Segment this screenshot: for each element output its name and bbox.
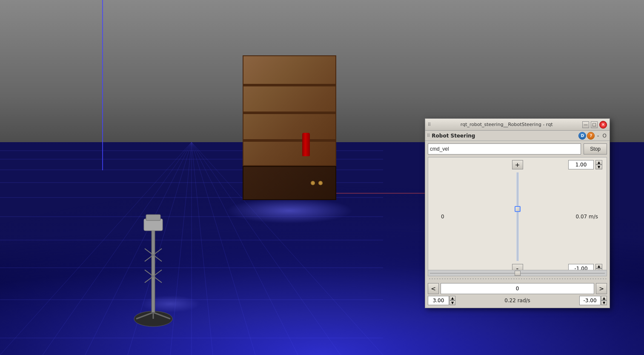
qt-window: ⠿ rqt_robot_steering__RobotSteering - rq…: [425, 118, 610, 308]
plugin-title: Robot Steering: [432, 133, 577, 139]
titlebar-drag-icon: ⠿: [428, 122, 431, 127]
fire-extinguisher: [302, 133, 310, 156]
shelf-divider-1: [243, 84, 335, 86]
spin-down-top[interactable]: ▼: [595, 165, 602, 169]
bookshelf-top: [243, 55, 336, 166]
window-title: rqt_robot_steering__RobotSteering - rqt: [431, 122, 582, 127]
cabinet-knob-left: [311, 181, 315, 185]
qt-titlebar: ⠿ rqt_robot_steering__RobotSteering - rq…: [425, 119, 610, 131]
bookshelf: [243, 55, 336, 200]
close-plugin-button[interactable]: O: [601, 133, 608, 139]
bookshelf-bottom: [243, 166, 336, 200]
hslider-handle[interactable]: [515, 271, 521, 276]
spin-up-bot[interactable]: ▲: [595, 264, 602, 269]
stop-button[interactable]: Stop: [584, 143, 607, 155]
shelf-divider-3: [243, 139, 335, 142]
right-button[interactable]: >: [596, 283, 607, 294]
topic-input[interactable]: [428, 143, 581, 155]
topic-row: Stop: [428, 143, 607, 155]
speed-label: 0.07 m/s: [575, 214, 598, 220]
spin-up-right[interactable]: ▲: [601, 296, 607, 301]
minimize-button[interactable]: —: [582, 121, 589, 128]
val-left-input: 3.00: [428, 296, 449, 305]
plugin-buttons: D ? - O: [578, 132, 608, 140]
vslider-track: [517, 172, 518, 261]
plugin-bar: ⠿ Robot Steering D ? - O: [425, 131, 610, 141]
vslider-handle[interactable]: [515, 206, 521, 212]
spinbox-top[interactable]: ▲ ▼: [595, 160, 602, 169]
maximize-button[interactable]: □: [591, 121, 598, 128]
hslider-area: [428, 270, 607, 276]
titlebar-buttons: — □ ✕: [582, 121, 607, 129]
d-button[interactable]: D: [578, 132, 586, 140]
qt-content: Stop + 1.00 ▲ ▼ 0 0.07 m/s: [425, 141, 610, 308]
spinbox-val-left[interactable]: ▲ ▼: [449, 296, 455, 305]
val-right-input: -3.00: [579, 296, 601, 305]
hslider-track: [430, 273, 605, 274]
dotted-separator: [428, 277, 607, 281]
help-button[interactable]: ?: [587, 132, 595, 140]
zero-label: 0: [441, 214, 444, 220]
val-left-group: 3.00 ▲ ▼: [428, 296, 455, 305]
svg-rect-32: [146, 215, 160, 220]
spinbox-val-right[interactable]: ▲ ▼: [601, 296, 607, 305]
plus-button[interactable]: +: [512, 160, 523, 169]
max-value-top: 1.00: [568, 160, 594, 169]
robot-tripod: [119, 193, 187, 329]
axis-line-blue: [102, 0, 103, 170]
close-button[interactable]: ✕: [599, 121, 607, 129]
bookshelf-shadow: [226, 198, 353, 223]
spin-down-left[interactable]: ▼: [449, 301, 455, 305]
spin-down-right[interactable]: ▼: [601, 301, 607, 305]
cabinet-knob-right: [318, 181, 323, 185]
plugin-drag-handle[interactable]: ⠿: [427, 133, 430, 138]
val-right-group: -3.00 ▲ ▼: [579, 296, 607, 305]
angular-label: 0.22 rad/s: [457, 298, 578, 303]
shelf-divider-2: [243, 112, 335, 114]
left-button[interactable]: <: [428, 283, 439, 294]
spin-up-left[interactable]: ▲: [449, 296, 455, 301]
angular-center-value: 0: [441, 283, 594, 294]
vslider-container: [515, 172, 521, 261]
svg-rect-26: [152, 227, 155, 312]
spin-up-top[interactable]: ▲: [595, 160, 602, 165]
undock-button[interactable]: -: [595, 132, 600, 139]
angular-row: < 0 >: [428, 283, 607, 294]
control-area: + 1.00 ▲ ▼ 0 0.07 m/s -: [428, 157, 607, 276]
values-row: 3.00 ▲ ▼ 0.22 rad/s -3.00 ▲ ▼: [428, 296, 607, 305]
